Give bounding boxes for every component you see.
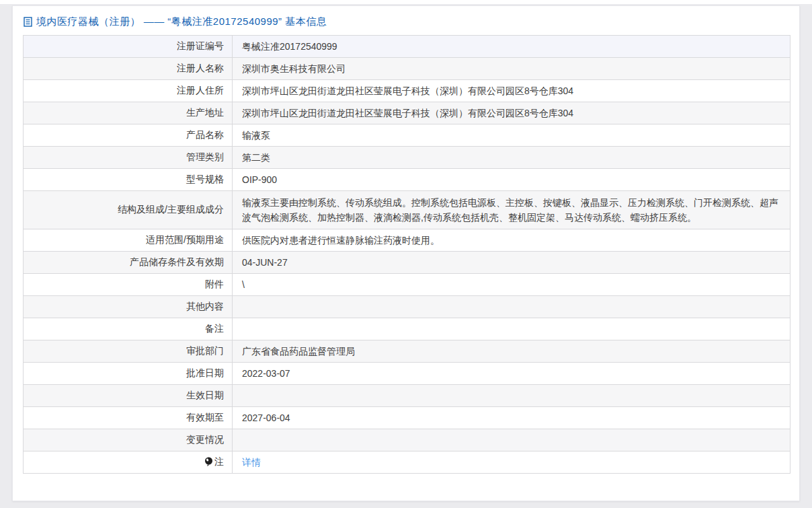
row-value: 粤械注准20172540999	[233, 36, 790, 58]
row-label: 备注	[24, 318, 233, 340]
table-row: 变更情况	[24, 429, 790, 451]
row-label-text: 变更情况	[186, 434, 224, 445]
row-label-text: 附件	[205, 279, 224, 289]
row-value: 04-JUN-27	[233, 252, 790, 274]
row-label: 适用范围/预期用途	[24, 229, 233, 252]
page-title-bar: 境内医疗器械（注册） —— “粤械注准20172540999” 基本信息	[13, 6, 799, 35]
row-value: 详情	[233, 451, 790, 474]
table-row: 附件\	[24, 274, 790, 296]
table-row: 备注	[24, 318, 790, 340]
row-label: 注册人住所	[24, 80, 233, 102]
table-row: 有效期至2027-06-04	[24, 407, 790, 429]
document-icon	[24, 17, 32, 27]
table-row: 注册人名称深圳市奥生科技有限公司	[24, 58, 790, 80]
row-label: 注册人名称	[24, 58, 233, 80]
row-value	[233, 429, 790, 451]
row-label-text: 注册证编号	[177, 40, 224, 51]
row-label: 其他内容	[24, 296, 233, 318]
row-label-text: 有效期至	[186, 412, 224, 423]
row-label-text: 型号规格	[186, 174, 224, 184]
row-label: 型号规格	[24, 169, 233, 191]
table-row: 型号规格OIP-900	[24, 169, 790, 191]
row-label: 产品名称	[24, 124, 233, 147]
row-value	[233, 318, 790, 340]
table-row: 注册人住所深圳市坪山区龙田街道龙田社区莹展电子科技（深圳）有限公司园区8号仓库3…	[24, 80, 790, 102]
page-title: 境内医疗器械（注册） —— “粤械注准20172540999” 基本信息	[36, 15, 327, 28]
row-label-text: 适用范围/预期用途	[146, 234, 224, 245]
row-label: 附件	[24, 274, 233, 296]
row-value	[233, 296, 790, 318]
row-value: 2027-06-04	[233, 407, 790, 429]
table-row: 结构及组成/主要组成成分输液泵主要由控制系统、传动系统组成。控制系统包括电源板、…	[24, 191, 790, 229]
table-row: 适用范围/预期用途供医院内对患者进行恒速静脉输注药液时使用。	[24, 229, 790, 252]
registration-info-table: 注册证编号粤械注准20172540999注册人名称深圳市奥生科技有限公司注册人住…	[23, 35, 790, 474]
row-label-text: 结构及组成/主要组成成分	[118, 204, 224, 215]
row-label-text: 管理类别	[186, 151, 224, 162]
table-row: 注详情	[24, 451, 790, 474]
row-label: 生效日期	[24, 385, 233, 407]
row-value: 广东省食品药品监督管理局	[233, 340, 790, 363]
row-value: 深圳市坪山区龙田街道龙田社区莹展电子科技（深圳）有限公司园区8号仓库304	[233, 102, 790, 124]
table-row: 注册证编号粤械注准20172540999	[24, 36, 790, 58]
row-value: 输液泵	[233, 124, 790, 147]
row-label-text: 批准日期	[186, 367, 224, 378]
row-label-text: 注册人名称	[177, 63, 224, 73]
row-label: 注	[24, 451, 233, 474]
detail-link[interactable]: 详情	[242, 457, 261, 468]
row-label: 产品储存条件及有效期	[24, 252, 233, 274]
row-label: 生产地址	[24, 102, 233, 124]
row-value: \	[233, 274, 790, 296]
row-value: 第二类	[233, 147, 790, 169]
table-row: 产品储存条件及有效期04-JUN-27	[24, 252, 790, 274]
row-value: 2022-03-07	[233, 363, 790, 385]
row-label-text: 注册人住所	[177, 85, 224, 96]
row-label-text: 备注	[205, 323, 224, 334]
row-label: 批准日期	[24, 363, 233, 385]
table-row: 审批部门广东省食品药品监督管理局	[24, 340, 790, 363]
row-label: 结构及组成/主要组成成分	[24, 191, 233, 229]
content-panel: 境内医疗器械（注册） —— “粤械注准20172540999” 基本信息 注册证…	[12, 5, 800, 501]
row-label-text: 其他内容	[186, 301, 224, 312]
row-label: 注册证编号	[24, 36, 233, 58]
row-value: 供医院内对患者进行恒速静脉输注药液时使用。	[233, 229, 790, 252]
table-row: 批准日期2022-03-07	[24, 363, 790, 385]
note-balloon-icon	[204, 457, 213, 466]
row-value	[233, 385, 790, 407]
row-label-text: 产品储存条件及有效期	[130, 256, 224, 267]
row-value: 深圳市坪山区龙田街道龙田社区莹展电子科技（深圳）有限公司园区8号仓库304	[233, 80, 790, 102]
row-value: 深圳市奥生科技有限公司	[233, 58, 790, 80]
row-value: 输液泵主要由控制系统、传动系统组成。控制系统包括电源板、主控板、按键板、液晶显示…	[233, 191, 790, 229]
row-label-text: 审批部门	[186, 345, 224, 356]
row-label: 变更情况	[24, 429, 233, 451]
table-row: 管理类别第二类	[24, 147, 790, 169]
row-label: 审批部门	[24, 340, 233, 363]
table-row: 产品名称输液泵	[24, 124, 790, 147]
row-label: 管理类别	[24, 147, 233, 169]
row-label-text: 生产地址	[186, 107, 224, 118]
table-row: 其他内容	[24, 296, 790, 318]
table-row: 生效日期	[24, 385, 790, 407]
row-label-text: 注	[214, 456, 224, 467]
table-row: 生产地址深圳市坪山区龙田街道龙田社区莹展电子科技（深圳）有限公司园区8号仓库30…	[24, 102, 790, 124]
row-label: 有效期至	[24, 407, 233, 429]
row-value: OIP-900	[233, 169, 790, 191]
row-label-text: 产品名称	[186, 129, 224, 140]
row-label-text: 生效日期	[186, 390, 224, 400]
